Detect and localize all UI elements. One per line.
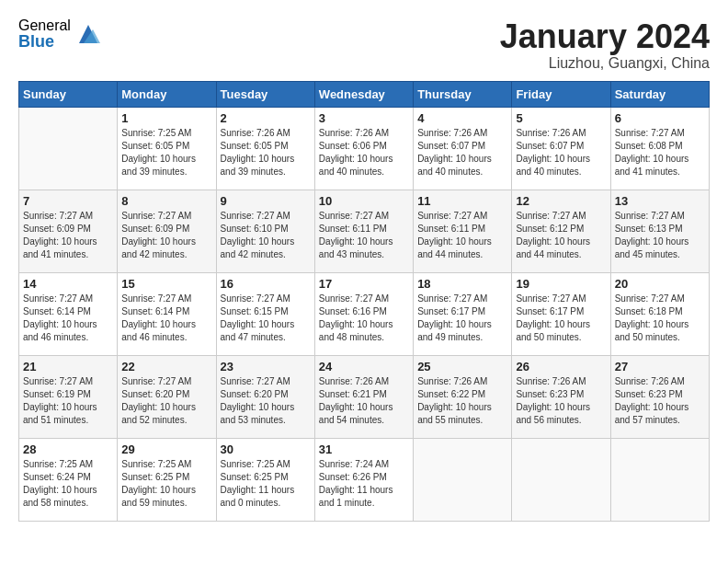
cell-4-3: 31Sunrise: 7:24 AMSunset: 6:26 PMDayligh… xyxy=(314,438,413,521)
day-number: 13 xyxy=(615,194,705,208)
day-number: 12 xyxy=(516,194,606,208)
cell-3-0: 21Sunrise: 7:27 AMSunset: 6:19 PMDayligh… xyxy=(19,355,118,438)
day-info: Sunrise: 7:27 AMSunset: 6:09 PMDaylight:… xyxy=(121,210,211,261)
cell-2-5: 19Sunrise: 7:27 AMSunset: 6:17 PMDayligh… xyxy=(512,272,610,355)
day-info: Sunrise: 7:27 AMSunset: 6:17 PMDaylight:… xyxy=(417,293,507,344)
day-number: 17 xyxy=(319,277,409,291)
day-number: 30 xyxy=(221,442,311,456)
cell-4-4 xyxy=(414,438,512,521)
month-title: January 2024 xyxy=(500,18,710,55)
logo: General Blue xyxy=(18,18,102,50)
day-number: 14 xyxy=(23,277,113,291)
day-info: Sunrise: 7:26 AMSunset: 6:23 PMDaylight:… xyxy=(516,375,606,427)
day-number: 28 xyxy=(23,442,113,456)
cell-0-1: 1Sunrise: 7:25 AMSunset: 6:05 PMDaylight… xyxy=(118,107,216,190)
day-info: Sunrise: 7:27 AMSunset: 6:14 PMDaylight:… xyxy=(121,293,211,344)
day-number: 3 xyxy=(319,111,409,125)
week-row-5: 28Sunrise: 7:25 AMSunset: 6:24 PMDayligh… xyxy=(19,438,710,521)
cell-4-0: 28Sunrise: 7:25 AMSunset: 6:24 PMDayligh… xyxy=(19,438,118,521)
day-number: 6 xyxy=(615,111,705,125)
cell-2-1: 15Sunrise: 7:27 AMSunset: 6:14 PMDayligh… xyxy=(118,272,216,355)
day-info: Sunrise: 7:27 AMSunset: 6:08 PMDaylight:… xyxy=(615,127,705,178)
day-number: 20 xyxy=(615,277,705,291)
day-number: 7 xyxy=(23,194,113,208)
day-number: 22 xyxy=(121,360,211,373)
day-number: 25 xyxy=(417,360,507,373)
day-info: Sunrise: 7:26 AMSunset: 6:06 PMDaylight:… xyxy=(319,127,409,178)
header-saturday: Saturday xyxy=(610,81,709,107)
day-number: 1 xyxy=(121,111,211,125)
calendar-table: Sunday Monday Tuesday Wednesday Thursday… xyxy=(18,81,710,522)
day-info: Sunrise: 7:27 AMSunset: 6:14 PMDaylight:… xyxy=(23,293,113,344)
day-number: 4 xyxy=(417,111,507,125)
day-info: Sunrise: 7:27 AMSunset: 6:11 PMDaylight:… xyxy=(319,210,409,261)
day-number: 26 xyxy=(516,360,606,373)
logo-blue: Blue xyxy=(18,33,71,50)
cell-4-5 xyxy=(512,438,610,521)
cell-4-1: 29Sunrise: 7:25 AMSunset: 6:25 PMDayligh… xyxy=(118,438,216,521)
week-row-2: 7Sunrise: 7:27 AMSunset: 6:09 PMDaylight… xyxy=(19,190,710,272)
day-info: Sunrise: 7:27 AMSunset: 6:12 PMDaylight:… xyxy=(516,210,606,261)
cell-0-6: 6Sunrise: 7:27 AMSunset: 6:08 PMDaylight… xyxy=(610,107,709,190)
day-info: Sunrise: 7:27 AMSunset: 6:11 PMDaylight:… xyxy=(417,210,507,261)
calendar-body: 1Sunrise: 7:25 AMSunset: 6:05 PMDaylight… xyxy=(19,107,710,521)
cell-3-6: 27Sunrise: 7:26 AMSunset: 6:23 PMDayligh… xyxy=(610,355,709,438)
day-info: Sunrise: 7:26 AMSunset: 6:21 PMDaylight:… xyxy=(319,375,409,427)
day-info: Sunrise: 7:27 AMSunset: 6:19 PMDaylight:… xyxy=(23,375,113,427)
day-info: Sunrise: 7:27 AMSunset: 6:16 PMDaylight:… xyxy=(319,293,409,344)
logo-text: General Blue xyxy=(18,18,71,50)
day-number: 19 xyxy=(516,277,606,291)
day-number: 29 xyxy=(121,442,211,456)
cell-1-4: 11Sunrise: 7:27 AMSunset: 6:11 PMDayligh… xyxy=(414,190,512,272)
cell-3-4: 25Sunrise: 7:26 AMSunset: 6:22 PMDayligh… xyxy=(414,355,512,438)
day-number: 11 xyxy=(417,194,507,208)
header-wednesday: Wednesday xyxy=(314,81,413,107)
day-info: Sunrise: 7:25 AMSunset: 6:25 PMDaylight:… xyxy=(121,458,211,510)
cell-2-4: 18Sunrise: 7:27 AMSunset: 6:17 PMDayligh… xyxy=(414,272,512,355)
header-thursday: Thursday xyxy=(414,81,512,107)
day-info: Sunrise: 7:25 AMSunset: 6:24 PMDaylight:… xyxy=(23,458,113,510)
cell-0-0 xyxy=(19,107,118,190)
day-info: Sunrise: 7:24 AMSunset: 6:26 PMDaylight:… xyxy=(319,458,409,510)
cell-1-2: 9Sunrise: 7:27 AMSunset: 6:10 PMDaylight… xyxy=(216,190,314,272)
title-section: January 2024 Liuzhou, Guangxi, China xyxy=(500,18,710,72)
day-info: Sunrise: 7:27 AMSunset: 6:15 PMDaylight:… xyxy=(221,293,311,344)
day-number: 8 xyxy=(121,194,211,208)
cell-2-0: 14Sunrise: 7:27 AMSunset: 6:14 PMDayligh… xyxy=(19,272,118,355)
day-number: 10 xyxy=(319,194,409,208)
day-info: Sunrise: 7:27 AMSunset: 6:17 PMDaylight:… xyxy=(516,293,606,344)
week-row-3: 14Sunrise: 7:27 AMSunset: 6:14 PMDayligh… xyxy=(19,272,710,355)
day-info: Sunrise: 7:25 AMSunset: 6:05 PMDaylight:… xyxy=(121,127,211,178)
day-number: 31 xyxy=(319,442,409,456)
day-number: 18 xyxy=(417,277,507,291)
day-number: 21 xyxy=(23,360,113,373)
logo-icon xyxy=(74,20,102,48)
week-row-1: 1Sunrise: 7:25 AMSunset: 6:05 PMDaylight… xyxy=(19,107,710,190)
cell-0-3: 3Sunrise: 7:26 AMSunset: 6:06 PMDaylight… xyxy=(314,107,413,190)
day-info: Sunrise: 7:26 AMSunset: 6:23 PMDaylight:… xyxy=(615,375,705,427)
day-number: 16 xyxy=(221,277,311,291)
cell-3-2: 23Sunrise: 7:27 AMSunset: 6:20 PMDayligh… xyxy=(216,355,314,438)
header-friday: Friday xyxy=(512,81,610,107)
day-info: Sunrise: 7:26 AMSunset: 6:07 PMDaylight:… xyxy=(516,127,606,178)
day-info: Sunrise: 7:25 AMSunset: 6:25 PMDaylight:… xyxy=(221,458,311,510)
page-header: General Blue January 2024 Liuzhou, Guang… xyxy=(18,18,710,72)
cell-3-3: 24Sunrise: 7:26 AMSunset: 6:21 PMDayligh… xyxy=(314,355,413,438)
day-number: 23 xyxy=(221,360,311,373)
cell-0-4: 4Sunrise: 7:26 AMSunset: 6:07 PMDaylight… xyxy=(414,107,512,190)
cell-1-6: 13Sunrise: 7:27 AMSunset: 6:13 PMDayligh… xyxy=(610,190,709,272)
day-number: 9 xyxy=(221,194,311,208)
cell-4-2: 30Sunrise: 7:25 AMSunset: 6:25 PMDayligh… xyxy=(216,438,314,521)
day-number: 27 xyxy=(615,360,705,373)
day-info: Sunrise: 7:27 AMSunset: 6:20 PMDaylight:… xyxy=(121,375,211,427)
day-info: Sunrise: 7:27 AMSunset: 6:20 PMDaylight:… xyxy=(221,375,311,427)
header-monday: Monday xyxy=(118,81,216,107)
day-info: Sunrise: 7:26 AMSunset: 6:05 PMDaylight:… xyxy=(221,127,311,178)
cell-2-3: 17Sunrise: 7:27 AMSunset: 6:16 PMDayligh… xyxy=(314,272,413,355)
day-number: 2 xyxy=(221,111,311,125)
cell-1-3: 10Sunrise: 7:27 AMSunset: 6:11 PMDayligh… xyxy=(314,190,413,272)
cell-1-0: 7Sunrise: 7:27 AMSunset: 6:09 PMDaylight… xyxy=(19,190,118,272)
cell-1-5: 12Sunrise: 7:27 AMSunset: 6:12 PMDayligh… xyxy=(512,190,610,272)
cell-0-5: 5Sunrise: 7:26 AMSunset: 6:07 PMDaylight… xyxy=(512,107,610,190)
header-sunday: Sunday xyxy=(19,81,118,107)
